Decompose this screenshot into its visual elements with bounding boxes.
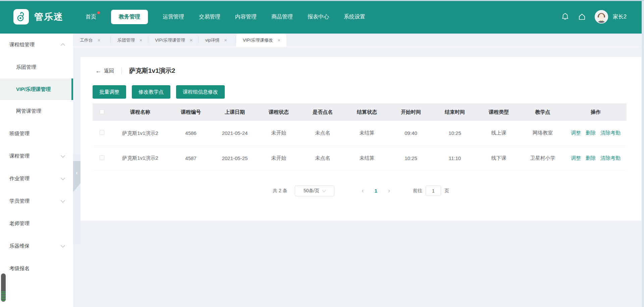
capture-artifact-bar [1, 273, 6, 302]
nav-item-8[interactable]: 系统设置 [344, 13, 365, 20]
row-checkbox[interactable] [100, 155, 104, 160]
brand-logo[interactable] [13, 9, 29, 24]
sidebar-item-8[interactable]: 学员管理 [0, 190, 73, 212]
tab-5[interactable]: VIP/乐理课修改× [236, 34, 286, 47]
sidebar-item-2[interactable]: 乐团管理 [0, 56, 73, 79]
tab-1[interactable]: 工作台× [73, 34, 111, 47]
column-header: 操作 [565, 103, 627, 121]
open-tabs-bar: 工作台×乐团管理×VIP/乐理课管理×vip详情×VIP/乐理课修改× [73, 34, 644, 47]
toolbar-button-2[interactable]: 修改教学点 [132, 85, 170, 99]
row-action-2[interactable]: 删除 [586, 130, 596, 136]
sidebar: 课程组管理乐团管理VIP/乐理课管理网管课管理班级管理课程管理作业管理学员管理老… [0, 34, 73, 307]
table-cell: 未点名 [301, 121, 345, 146]
next-page-button[interactable]: › [386, 187, 392, 194]
sidebar-item-label: 课程组管理 [9, 42, 35, 48]
nav-item-5[interactable]: 内容管理 [235, 13, 257, 20]
bell-icon[interactable] [561, 13, 569, 21]
sidebar-item-4[interactable]: 网管课管理 [0, 100, 73, 122]
sidebar-item-5[interactable]: 班级管理 [0, 122, 73, 145]
sidebar-item-label: 班级管理 [9, 131, 30, 137]
nav-item-4[interactable]: 交易管理 [199, 13, 220, 20]
music-note-icon [16, 11, 26, 22]
row-action-3[interactable]: 清除考勤 [600, 155, 621, 161]
toolbar-button-3[interactable]: 课程组信息修改 [176, 85, 225, 99]
table-cell: 萨克斯1v1演示2 [111, 121, 169, 146]
page-size-value: 50条/页 [304, 188, 319, 194]
tab-3[interactable]: VIP/乐理课管理× [148, 34, 199, 47]
sidebar-item-10[interactable]: 乐器维保 [0, 235, 73, 257]
table-row: 萨克斯1v1演示245862021-05-24未开始未点名未结算09:4010:… [93, 121, 627, 146]
table-cell: 未开始 [257, 146, 301, 170]
goto-page-input[interactable] [426, 186, 441, 196]
prev-page-button[interactable]: ‹ [360, 187, 366, 194]
sidebar-item-label: 学员管理 [9, 198, 30, 204]
sidebar-item-label: 老师管理 [9, 220, 30, 227]
course-table: 课程名称课程编号上课日期课程状态是否点名结算状态开始时间结束时间课程类型教学点操… [93, 103, 627, 171]
tab-4[interactable]: vip详情× [199, 34, 236, 47]
tab-close-icon[interactable]: × [278, 38, 280, 43]
chevron-left-icon: ‹ [76, 170, 78, 192]
window-scrollbar[interactable] [642, 0, 644, 307]
page-size-select[interactable]: 50条/页 [295, 186, 334, 196]
pagination: 共 2 条 50条/页 ‹ 1 › 前往 页 [80, 186, 641, 196]
column-header: 课程名称 [111, 103, 169, 121]
nav-item-3[interactable]: 运营管理 [163, 13, 184, 20]
row-action-3[interactable]: 清除考勤 [600, 130, 621, 136]
home-icon[interactable] [578, 13, 586, 21]
sidebar-item-3[interactable]: VIP/乐理课管理 [0, 79, 73, 100]
current-page[interactable]: 1 [375, 188, 377, 194]
table-row: 萨克斯1v1演示245872021-05-25未开始未点名未结算10:2511:… [93, 146, 627, 170]
nav-item-1[interactable]: 首页 [86, 13, 96, 20]
back-label: 返回 [104, 68, 114, 74]
content-card: ← 返回 萨克斯1v1演示2 批量调整修改教学点课程组信息修改 课程名称课程编号… [80, 57, 641, 221]
table-cell: 未结算 [345, 146, 389, 170]
column-header: 课程编号 [169, 103, 213, 121]
chevron-up-icon [61, 43, 65, 48]
tab-close-icon[interactable]: × [224, 38, 227, 43]
total-count: 共 2 条 [273, 188, 287, 194]
table-cell: 未开始 [257, 121, 301, 146]
row-action-2[interactable]: 删除 [586, 155, 596, 161]
page-unit-label: 页 [444, 188, 449, 194]
tab-close-icon[interactable]: × [140, 38, 142, 43]
column-header: 教学点 [521, 103, 565, 121]
table-cell: 2021-05-25 [213, 146, 257, 170]
chevron-down-icon [61, 153, 65, 158]
tab-close-icon[interactable]: × [190, 38, 193, 43]
sidebar-collapse-handle[interactable]: ‹ [73, 161, 80, 192]
row-select-cell [93, 121, 111, 146]
row-action-1[interactable]: 调整 [571, 155, 581, 161]
back-arrow-icon: ← [95, 68, 101, 74]
tab-close-icon[interactable]: × [98, 38, 100, 43]
user-name[interactable]: 家长2 [613, 13, 627, 20]
sidebar-item-9[interactable]: 老师管理 [0, 212, 73, 235]
course-name: 萨克斯1v1演示2 [122, 129, 158, 137]
navbar-right: 家长2 [561, 10, 627, 23]
table-cell: 11:10 [433, 146, 477, 170]
page-jump: 前往 页 [413, 186, 449, 196]
nav-item-7[interactable]: 报表中心 [308, 13, 329, 20]
row-checkbox[interactable] [100, 130, 104, 135]
sidebar-item-1[interactable]: 课程组管理 [0, 34, 73, 56]
tab-label: 乐团管理 [117, 37, 135, 43]
tab-2[interactable]: 乐团管理× [111, 34, 148, 47]
sidebar-item-7[interactable]: 作业管理 [0, 167, 73, 190]
sidebar-item-label: 考级报名 [9, 265, 30, 272]
tab-label: VIP/乐理课修改 [243, 37, 273, 43]
back-button[interactable]: ← 返回 [95, 68, 114, 74]
sidebar-item-6[interactable]: 课程管理 [0, 145, 73, 167]
nav-item-6[interactable]: 商品管理 [271, 13, 293, 20]
sidebar-item-label: 课程管理 [9, 153, 30, 159]
user-avatar[interactable] [595, 10, 608, 23]
table-cell: 线上课 [477, 121, 521, 146]
column-header: 课程状态 [257, 103, 301, 121]
sidebar-item-11[interactable]: 考级报名 [0, 257, 73, 280]
toolbar: 批量调整修改教学点课程组信息修改 [93, 85, 641, 99]
table-header-row: 课程名称课程编号上课日期课程状态是否点名结算状态开始时间结束时间课程类型教学点操… [93, 103, 627, 121]
course-name: 萨克斯1v1演示2 [122, 154, 158, 162]
select-all-checkbox[interactable] [100, 109, 104, 114]
toolbar-button-1[interactable]: 批量调整 [93, 85, 126, 99]
row-action-1[interactable]: 调整 [571, 130, 581, 136]
notification-dot-icon [97, 11, 100, 14]
nav-item-2[interactable]: 教务管理 [111, 10, 148, 24]
